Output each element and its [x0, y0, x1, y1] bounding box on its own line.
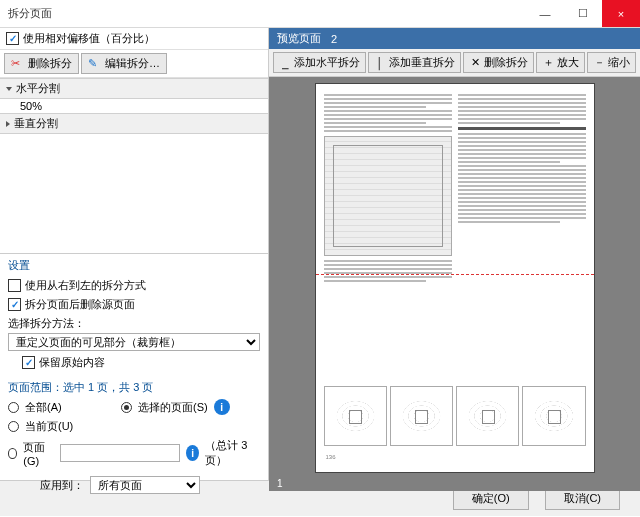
page-preview: 136	[315, 83, 595, 473]
delete-source-checkbox[interactable]	[8, 298, 21, 311]
minus-icon: －	[593, 57, 605, 69]
rtl-option[interactable]: 使用从右到左的拆分方式	[8, 276, 260, 295]
apply-label: 应用到：	[40, 478, 84, 493]
total-pages-label: （总计 3 页）	[205, 438, 260, 468]
scissors-icon	[11, 57, 25, 71]
window-controls: — ☐ ×	[526, 0, 640, 27]
current-page-radio[interactable]	[8, 421, 19, 432]
selected-pages-radio[interactable]	[121, 402, 132, 413]
vertical-section-header[interactable]: 垂直分割	[0, 113, 268, 134]
relative-offset-checkbox[interactable]	[6, 32, 19, 45]
pages-radio[interactable]	[8, 448, 17, 459]
preview-toolbar: ⎯添加水平拆分 │添加垂直拆分 ✕删除拆分 ＋放大 －缩小	[269, 49, 640, 77]
info-icon-2[interactable]: i	[186, 445, 199, 461]
plus-icon: ＋	[542, 57, 554, 69]
preview-page-index: 2	[331, 33, 337, 45]
apply-row: 应用到： 所有页面	[0, 472, 268, 498]
info-icon[interactable]: i	[214, 399, 230, 415]
zoom-in-button[interactable]: ＋放大	[536, 52, 585, 73]
keep-original-option[interactable]: 保留原始内容	[8, 353, 260, 372]
relative-offset-label: 使用相对偏移值（百分比）	[23, 31, 155, 46]
delete-split-button-2[interactable]: ✕删除拆分	[463, 52, 534, 73]
right-panel: 预览页面 2 ⎯添加水平拆分 │添加垂直拆分 ✕删除拆分 ＋放大 －缩小	[269, 28, 640, 480]
preview-header: 预览页面 2	[269, 28, 640, 49]
edit-icon	[88, 57, 102, 71]
add-h-icon: ⎯	[279, 57, 291, 69]
zoom-out-button[interactable]: －缩小	[587, 52, 636, 73]
preview-area[interactable]: 136 1	[269, 77, 640, 491]
horizontal-section-header[interactable]: 水平分割	[0, 78, 268, 99]
left-panel: 使用相对偏移值（百分比） 删除拆分 编辑拆分… 水平分割 50% 垂直分割 设置	[0, 28, 269, 480]
split-method-select[interactable]: 重定义页面的可见部分（裁剪框）	[8, 333, 260, 351]
page-scope-group: 页面范围：选中 1 页，共 3 页 全部(A) 选择的页面(S) i 当前页(U…	[0, 376, 268, 472]
delete-split-button[interactable]: 删除拆分	[4, 53, 79, 74]
apply-to-select[interactable]: 所有页面	[90, 476, 200, 494]
method-label: 选择拆分方法：	[8, 314, 260, 331]
split-toolbar: 删除拆分 编辑拆分…	[0, 49, 268, 78]
maximize-button[interactable]: ☐	[564, 0, 602, 27]
del-icon: ✕	[469, 57, 481, 69]
horizontal-split-value[interactable]: 50%	[0, 99, 268, 113]
chevron-down-icon	[6, 87, 12, 91]
window-title: 拆分页面	[0, 6, 52, 21]
floor-plan-figure	[324, 136, 452, 256]
close-button[interactable]: ×	[602, 0, 640, 27]
titlebar: 拆分页面 — ☐ ×	[0, 0, 640, 28]
all-pages-radio[interactable]	[8, 402, 19, 413]
doc-page-number: 136	[326, 454, 336, 460]
preview-page-number: 1	[277, 478, 283, 489]
rtl-checkbox[interactable]	[8, 279, 21, 292]
add-vertical-split-button[interactable]: │添加垂直拆分	[368, 52, 461, 73]
scope-title: 页面范围：选中 1 页，共 3 页	[8, 378, 260, 397]
settings-group: 设置 使用从右到左的拆分方式 拆分页面后删除源页面 选择拆分方法： 重定义页面的…	[0, 254, 268, 376]
minimize-button[interactable]: —	[526, 0, 564, 27]
edit-split-button[interactable]: 编辑拆分…	[81, 53, 167, 74]
page-range-input[interactable]	[60, 444, 180, 462]
vertical-section-body	[0, 134, 268, 254]
chevron-right-icon	[6, 121, 10, 127]
contour-figures	[324, 386, 586, 446]
settings-title: 设置	[8, 258, 260, 276]
keep-original-checkbox[interactable]	[22, 356, 35, 369]
add-horizontal-split-button[interactable]: ⎯添加水平拆分	[273, 52, 366, 73]
delete-source-option[interactable]: 拆分页面后删除源页面	[8, 295, 260, 314]
add-v-icon: │	[374, 57, 386, 69]
